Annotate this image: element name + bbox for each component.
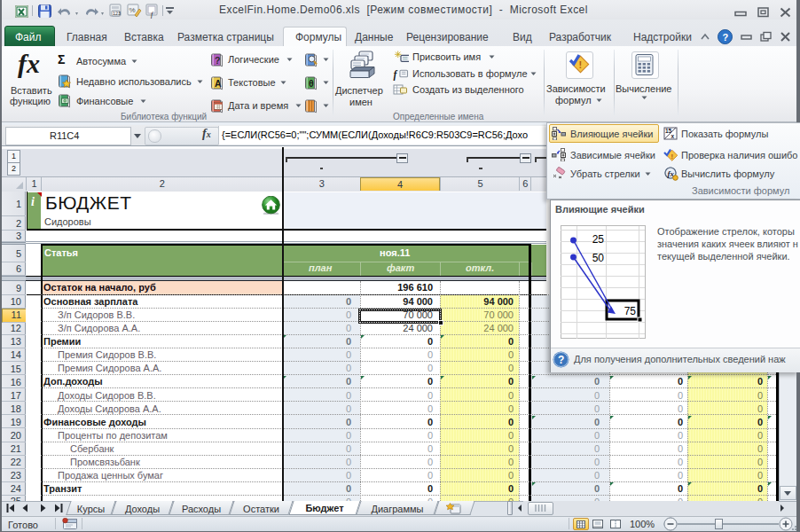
svg-text:25: 25 xyxy=(592,233,605,246)
svg-text:θ: θ xyxy=(309,78,314,89)
svg-text:f: f xyxy=(393,69,397,81)
svg-text:x: x xyxy=(671,133,675,139)
svg-text:50: 50 xyxy=(592,252,605,264)
svg-text:75: 75 xyxy=(624,305,637,317)
svg-text:!: ! xyxy=(671,153,674,160)
svg-text:?: ? xyxy=(215,55,220,66)
svg-text:А: А xyxy=(215,78,222,89)
svg-text:123: 123 xyxy=(113,11,121,16)
svg-text:?: ? xyxy=(558,354,564,366)
svg-text:?: ? xyxy=(723,32,729,43)
svg-text:!: ! xyxy=(579,59,583,70)
svg-text:%: % xyxy=(129,6,136,14)
